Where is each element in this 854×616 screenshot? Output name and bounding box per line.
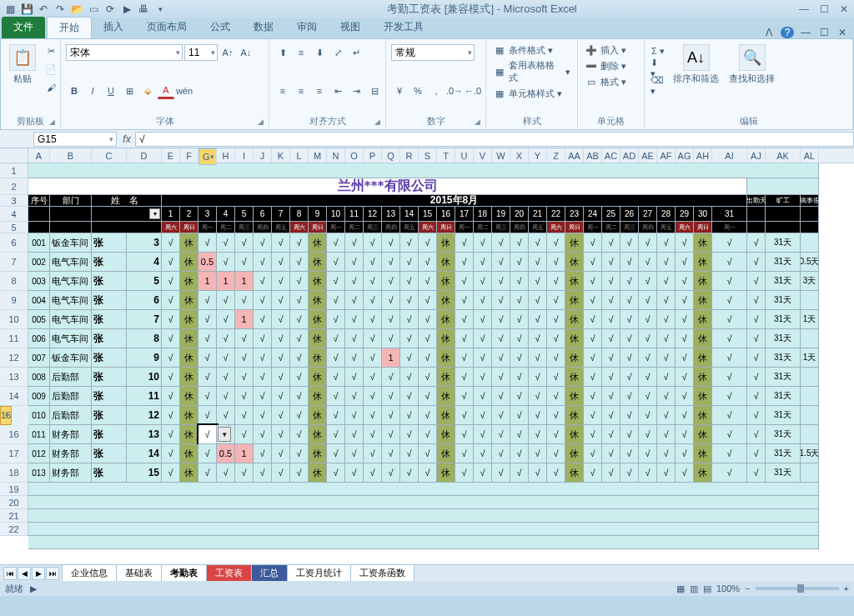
cell[interactable]: √	[529, 272, 547, 291]
cell[interactable]: √	[492, 291, 510, 310]
wrap-text-icon[interactable]: ↵	[348, 44, 364, 61]
cell[interactable]: √	[272, 253, 290, 272]
cell[interactable]: 电气车间	[50, 310, 92, 329]
cell[interactable]: 休	[694, 310, 712, 329]
cell[interactable]: √	[327, 233, 345, 253]
cell[interactable]: √	[474, 253, 492, 272]
col-header[interactable]: V	[474, 148, 492, 163]
cell[interactable]: √	[272, 463, 290, 483]
cell[interactable]: 31天	[766, 444, 801, 463]
cell[interactable]: √	[290, 425, 309, 444]
cell[interactable]: √	[529, 348, 547, 368]
cell[interactable]: √	[364, 233, 382, 253]
cell[interactable]: 休	[309, 463, 327, 483]
cell[interactable]: 周四	[254, 222, 272, 233]
last-sheet-icon[interactable]: ⏭	[46, 567, 59, 580]
cell[interactable]: √	[400, 310, 419, 329]
find-select-button[interactable]: 🔍 查找和选择	[726, 43, 778, 87]
cell[interactable]: √	[419, 272, 437, 291]
cell[interactable]: √	[474, 444, 492, 463]
cell[interactable]: √	[272, 329, 290, 348]
cell[interactable]: √	[712, 272, 747, 291]
cell[interactable]: 休	[694, 387, 712, 406]
ribbon-tab-7[interactable]: 视图	[329, 17, 372, 38]
cell[interactable]: √	[327, 425, 345, 444]
cell[interactable]: √	[327, 406, 345, 425]
cell[interactable]: 休	[309, 406, 327, 425]
cell[interactable]: 钣金车间	[50, 348, 92, 368]
cell[interactable]: √	[510, 387, 529, 406]
cell[interactable]: √	[290, 406, 309, 425]
cell[interactable]: √	[529, 425, 547, 444]
cell[interactable]: 周日	[180, 222, 198, 233]
cell[interactable]: √	[290, 233, 309, 253]
cell[interactable]: 14	[400, 207, 419, 222]
cell[interactable]: √	[712, 444, 747, 463]
sheet-tab[interactable]: 企业信息	[62, 565, 117, 582]
cell[interactable]: √	[657, 348, 676, 368]
col-header[interactable]: Y	[529, 148, 547, 163]
cell[interactable]: 休	[694, 233, 712, 253]
cell[interactable]: √	[584, 387, 602, 406]
cell[interactable]: √	[217, 253, 235, 272]
cell[interactable]	[28, 496, 819, 509]
cell[interactable]: 钣金车间	[50, 233, 92, 253]
cell[interactable]: 6	[127, 291, 162, 310]
align-bot-icon[interactable]: ⬇	[311, 44, 328, 61]
cell[interactable]: √	[345, 233, 364, 253]
cell[interactable]: √	[198, 387, 217, 406]
cell[interactable]	[92, 222, 162, 233]
cell[interactable]: √	[217, 329, 235, 348]
fx-icon[interactable]: fx	[118, 133, 135, 145]
cell[interactable]: √	[455, 310, 474, 329]
cell[interactable]: 休	[180, 368, 198, 387]
cell[interactable]: √	[345, 425, 364, 444]
cell[interactable]: √	[510, 272, 529, 291]
font-dialog-icon[interactable]: ◢	[258, 118, 264, 126]
cell[interactable]: √	[272, 425, 290, 444]
cell[interactable]: 财务部	[50, 425, 92, 444]
cell[interactable]: √	[162, 368, 180, 387]
cell[interactable]: √	[382, 310, 400, 329]
cell[interactable]: √	[455, 463, 474, 483]
cell[interactable]: 21	[529, 207, 547, 222]
cell[interactable]: √	[198, 233, 217, 253]
col-header[interactable]: AK	[766, 148, 801, 163]
comma-icon[interactable]: ,	[428, 83, 445, 99]
cell[interactable]	[801, 387, 819, 406]
cell[interactable]: √	[510, 329, 529, 348]
cell[interactable]: 张	[92, 329, 127, 348]
cell[interactable]: √	[620, 291, 639, 310]
cell[interactable]: √	[198, 348, 217, 368]
cell[interactable]: 周六	[162, 222, 180, 233]
cell[interactable]	[50, 222, 92, 233]
row-header[interactable]: 13	[0, 368, 28, 387]
cell[interactable]: √	[198, 329, 217, 348]
row-header[interactable]: 6	[0, 233, 28, 253]
cell[interactable]: √	[492, 368, 510, 387]
cell[interactable]: √	[547, 348, 565, 368]
cell[interactable]: 张	[92, 406, 127, 425]
col-header[interactable]: S	[419, 148, 437, 163]
cell[interactable]: √	[492, 272, 510, 291]
col-header[interactable]: X	[510, 148, 529, 163]
cell[interactable]: 休	[309, 272, 327, 291]
cell[interactable]: 休	[565, 310, 584, 329]
cell[interactable]: √	[345, 253, 364, 272]
ribbon-tab-2[interactable]: 插入	[92, 17, 135, 38]
sheet-tab[interactable]: 工资月统计	[287, 565, 351, 582]
col-header[interactable]: G	[198, 148, 217, 165]
cell[interactable]: √	[602, 253, 620, 272]
cell[interactable]: √	[254, 425, 272, 444]
cell[interactable]: 008	[28, 368, 50, 387]
col-header[interactable]: N	[327, 148, 345, 163]
dec-decimal-icon[interactable]: ←.0	[465, 83, 481, 99]
cell[interactable]: 31天	[766, 348, 801, 368]
cell[interactable]: √	[382, 425, 400, 444]
cell[interactable]: √	[474, 329, 492, 348]
cell[interactable]: √	[547, 425, 565, 444]
row-header[interactable]: 17	[0, 444, 28, 463]
row-header[interactable]: 18	[0, 463, 28, 483]
cell[interactable]: 张	[92, 444, 127, 463]
sheet-tab[interactable]: 工资条函数	[350, 565, 414, 582]
